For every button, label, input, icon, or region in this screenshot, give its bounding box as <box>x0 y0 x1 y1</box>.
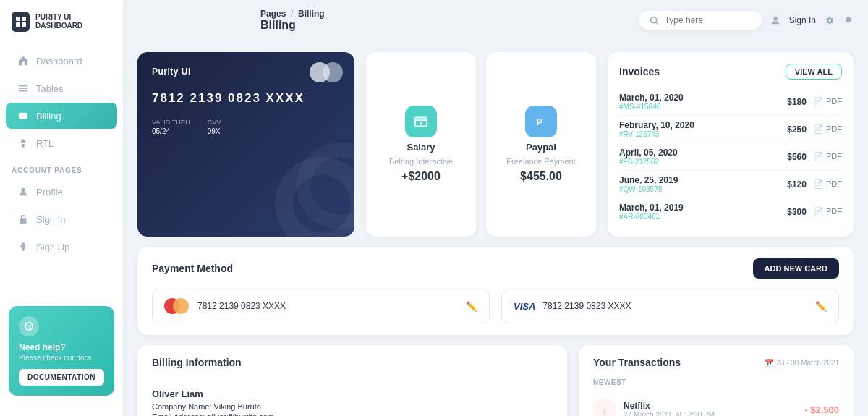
payment-method-section: Payment Method ADD NEW CARD 7812 2139 08… <box>137 247 854 335</box>
svg-line-14 <box>655 22 658 24</box>
svg-rect-2 <box>16 22 20 27</box>
payment-card-number: 7812 2139 0823 XXXX <box>197 301 286 311</box>
documentation-button[interactable]: DOCUMENTATION <box>19 369 104 386</box>
visa-icon: VISA <box>514 301 535 312</box>
email-detail: Email Address: oliver@burrito.com <box>152 412 553 416</box>
invoice-pdf-button[interactable]: 📄 PDF <box>814 97 842 106</box>
svg-rect-1 <box>22 17 26 21</box>
transaction-amount: - $2,500 <box>804 404 839 415</box>
sidebar-item-label: RTL <box>36 138 54 149</box>
view-all-button[interactable]: VIEW ALL <box>786 64 842 80</box>
user-icon <box>770 15 780 25</box>
svg-text:?: ? <box>27 323 31 331</box>
invoice-list: March, 01, 2020#MS-415646 $180📄 PDF Febr… <box>619 88 842 225</box>
rocket-icon <box>17 137 29 149</box>
billing-info-section: Billing Information Oliver Liam Company … <box>137 345 567 416</box>
invoice-pdf-button[interactable]: 📄 PDF <box>814 152 842 161</box>
payment-method-header: Payment Method ADD NEW CARD <box>152 258 839 279</box>
sidebar-nav: Dashboard Tables Billing RTL ACCOU <box>0 46 123 297</box>
search-bar[interactable] <box>639 11 762 30</box>
main-content: Purity UI 7812 2139 0823 XXXX VALID THRU… <box>123 41 868 416</box>
paypal-subtitle: Freelance Payment <box>506 157 575 166</box>
add-new-card-button[interactable]: ADD NEW CARD <box>753 258 839 279</box>
transactions-header: Your Transactions 📅 23 - 30 March 2021 <box>593 357 839 368</box>
invoice-amount: $250 <box>787 124 807 135</box>
svg-rect-3 <box>22 22 26 27</box>
transaction-netflix: ↓ Netflix 27 March 2021, at 12:30 PM - $… <box>593 392 839 416</box>
header-left: Pages / Billing Billing <box>260 9 325 32</box>
invoice-amount: $120 <box>787 179 807 190</box>
payment-card-mastercard: 7812 2139 0823 XXXX ✏️ <box>152 289 490 323</box>
svg-rect-4 <box>19 85 27 87</box>
table-icon <box>17 82 29 94</box>
sidebar-item-signin[interactable]: Sign In <box>6 206 117 232</box>
sidebar-item-tables[interactable]: Tables <box>6 75 117 101</box>
card-number: 7812 2139 0823 XXXX <box>152 91 340 106</box>
payment-card-edit-button[interactable]: ✏️ <box>466 301 477 312</box>
svg-rect-16 <box>415 118 427 127</box>
svg-text:P: P <box>537 116 543 127</box>
invoice-date: February, 10, 2020 <box>619 120 694 130</box>
invoice-pdf-button[interactable]: 📄 PDF <box>814 207 842 216</box>
sidebar: PURITY UI DASHBOARD Dashboard Tables Bil… <box>0 0 123 416</box>
help-title: Need help? <box>19 342 104 352</box>
invoice-row: April, 05, 2020#FB-212562 $560📄 PDF <box>619 143 842 171</box>
breadcrumb-parent: Pages <box>260 9 286 19</box>
paypal-card: P Paypal Freelance Payment $455.00 <box>486 52 596 237</box>
breadcrumb-current: Billing <box>298 9 325 19</box>
transactions-section: Your Transactions 📅 23 - 30 March 2021 N… <box>579 345 854 416</box>
help-subtitle: Please check our docs <box>19 354 104 362</box>
card-icon <box>17 110 29 122</box>
sidebar-item-label: Billing <box>36 111 61 122</box>
settings-icon[interactable] <box>825 15 835 25</box>
sidebar-item-signup[interactable]: Sign Up <box>6 234 117 260</box>
payment-card-visa: VISA 7812 2139 0823 XXXX ✏️ <box>501 289 839 323</box>
newest-label: NEWEST <box>593 378 839 386</box>
payment-cards-list: 7812 2139 0823 XXXX ✏️ VISA 7812 2139 08… <box>152 289 839 323</box>
signin-label[interactable]: Sign In <box>789 15 816 25</box>
payment-method-title: Payment Method <box>152 263 233 274</box>
billing-info-title: Billing Information <box>152 357 553 368</box>
svg-rect-8 <box>19 114 27 116</box>
card-details: VALID THRU 05/24 CVV 09X <box>152 119 340 135</box>
search-input[interactable] <box>665 15 752 25</box>
logo-text: PURITY UI DASHBOARD <box>35 13 111 30</box>
signup-rocket-icon <box>17 241 29 252</box>
card-circle-left <box>310 62 330 82</box>
help-icon: ? <box>19 316 39 336</box>
transaction-name: Netflix <box>624 401 715 411</box>
invoice-ref: #AR-803481 <box>619 213 684 221</box>
netflix-icon: ↓ <box>593 398 616 416</box>
invoice-date: April, 05, 2020 <box>619 148 678 158</box>
home-icon <box>17 55 29 67</box>
invoice-amount: $180 <box>787 97 807 107</box>
svg-rect-10 <box>20 218 27 224</box>
breadcrumb: Pages / Billing <box>260 9 325 19</box>
valid-label: VALID THRU <box>152 119 190 126</box>
sidebar-item-rtl[interactable]: RTL <box>6 130 117 156</box>
invoice-row: March, 01, 2019#AR-803481 $300📄 PDF <box>619 198 842 225</box>
invoice-pdf-button[interactable]: 📄 PDF <box>814 179 842 189</box>
paypal-amount: $455.00 <box>520 170 562 183</box>
invoices-panel: Invoices VIEW ALL March, 01, 2020#MS-415… <box>608 52 854 237</box>
sidebar-item-label: Profile <box>36 187 63 198</box>
top-row: Purity UI 7812 2139 0823 XXXX VALID THRU… <box>137 52 854 237</box>
sidebar-item-profile[interactable]: Profile <box>6 179 117 205</box>
page-title: Billing <box>260 19 325 32</box>
invoices-title: Invoices <box>619 66 660 77</box>
sidebar-item-label: Sign In <box>36 214 65 225</box>
transaction-time: 27 March 2021, at 12:30 PM <box>624 411 715 417</box>
cvv-label: CVV <box>208 119 221 126</box>
header: Pages / Billing Billing Sign In <box>246 0 868 41</box>
paypal-title: Paypal <box>526 142 556 153</box>
payment-card-edit-button[interactable]: ✏️ <box>815 301 827 312</box>
sidebar-item-dashboard[interactable]: Dashboard <box>6 48 117 74</box>
sidebar-item-billing[interactable]: Billing <box>6 103 117 129</box>
invoice-ref: #FB-212562 <box>619 158 678 166</box>
svg-rect-0 <box>16 17 20 21</box>
bell-icon[interactable] <box>843 15 854 25</box>
info-cards: Salary Belong Interactive +$2000 P Paypa… <box>366 52 596 237</box>
invoice-pdf-button[interactable]: 📄 PDF <box>814 124 842 134</box>
invoice-row: June, 25, 2019#QW-103578 $120📄 PDF <box>619 171 842 198</box>
payment-card-number: 7812 2139 0823 XXXX <box>542 301 631 311</box>
